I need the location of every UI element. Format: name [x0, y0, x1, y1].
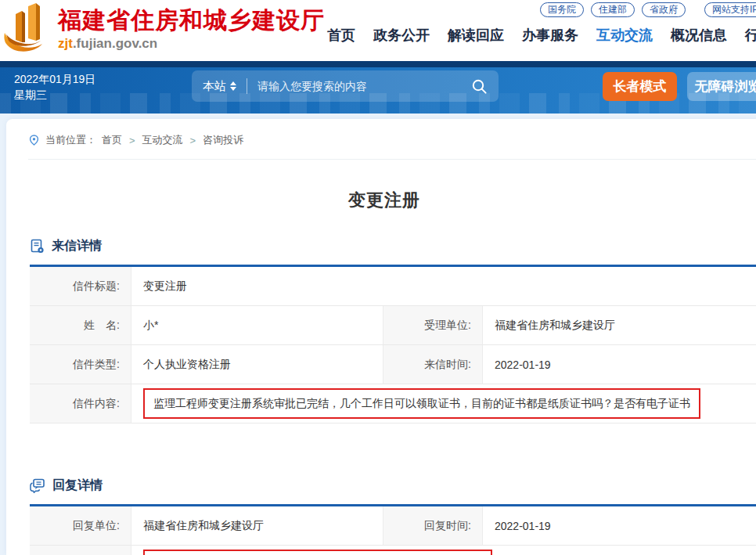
reply-unit-label: 回复单位: — [30, 506, 131, 546]
search-icon — [471, 78, 488, 95]
reply-content-cell: 等待部级下发变更注册防伪贴，监理工程师并未实行电子注册证书。 — [131, 546, 756, 555]
letter-document-icon — [30, 239, 45, 254]
nav-services[interactable]: 办事服务 — [522, 26, 578, 45]
letter-detail-table: 信件标题: 变更注册 姓 名: 小* 受理单位: 福建省住房和城乡建设厅 信件类… — [30, 265, 756, 423]
elder-mode-button[interactable]: 长者模式 — [603, 72, 677, 101]
weekday-text: 星期三 — [14, 87, 95, 103]
letter-content-label: 信件内容: — [30, 384, 131, 423]
reply-content-label: 回复内容: — [30, 546, 131, 555]
letter-name-label: 姓 名: — [30, 306, 131, 345]
letter-unit-value: 福建省住房和城乡建设厅 — [483, 306, 756, 345]
ipv6-badge: 网站支持IPV6 — [704, 2, 756, 17]
search-button[interactable] — [471, 78, 488, 95]
nav-home[interactable]: 首页 — [327, 26, 355, 45]
letter-type-label: 信件类型: — [30, 345, 131, 384]
link-zhujianbu[interactable]: 住建部 — [591, 2, 635, 17]
breadcrumb-divider — [28, 159, 756, 160]
letter-time-value: 2022-01-19 — [483, 345, 756, 384]
banner: 2022年01月19日 星期三 本站 长者模式 无障碍浏览 — [0, 61, 756, 114]
link-guowuyuan[interactable]: 国务院 — [540, 2, 584, 17]
scope-arrows-icon — [230, 81, 236, 91]
quick-links: 国务院 住建部 省政府 网站支持IPV6 — [540, 2, 756, 17]
letter-time-label: 来信时间: — [383, 345, 483, 384]
letter-section-title: 来信详情 — [52, 238, 102, 254]
letter-unit-label: 受理单位: — [383, 306, 483, 345]
search-input[interactable] — [257, 80, 471, 92]
search-box: 本站 — [192, 70, 499, 102]
reply-unit-value: 福建省住房和城乡建设厅 — [131, 506, 383, 546]
letter-title-label: 信件标题: — [30, 267, 131, 306]
nav-interpretation[interactable]: 解读回应 — [448, 26, 504, 45]
letter-section-header: 来信详情 — [30, 238, 756, 254]
nav-overview[interactable]: 概况信息 — [671, 26, 727, 45]
reply-detail-table: 回复单位: 福建省住房和城乡建设厅 回复时间: 2022-01-19 回复内容:… — [30, 504, 756, 555]
letter-type-value: 个人执业资格注册 — [131, 345, 383, 384]
reply-time-value: 2022-01-19 — [483, 506, 756, 546]
nav-industry[interactable]: 行业管理 — [745, 26, 756, 45]
date-text: 2022年01月19日 — [14, 71, 95, 87]
page-title: 变更注册 — [6, 189, 756, 212]
site-header: 福建省住房和城乡建设厅 zjt.fujian.gov.cn 国务院 住建部 省政… — [0, 0, 756, 61]
reply-content-highlight: 等待部级下发变更注册防伪贴，监理工程师并未实行电子注册证书。 — [143, 550, 492, 555]
search-divider — [247, 78, 247, 94]
site-url: zjt.fujian.gov.cn — [58, 36, 325, 52]
search-scope-select[interactable]: 本站 — [203, 79, 236, 94]
link-shengzhengfu[interactable]: 省政府 — [642, 2, 686, 17]
site-logo[interactable]: 福建省住房和城乡建设厅 zjt.fujian.gov.cn — [3, 3, 325, 55]
reply-chat-icon — [30, 478, 45, 493]
letter-name-value: 小* — [131, 306, 383, 345]
section-gap — [6, 423, 756, 452]
letter-content-cell: 监理工程师变更注册系统审批已完结，几个工作日可以领取证书，目前的证书都是纸质证书… — [131, 384, 756, 423]
logo-building-icon — [3, 3, 52, 55]
letter-title-value: 变更注册 — [131, 267, 756, 306]
location-pin-icon — [28, 135, 40, 146]
content-card: 当前位置： 首页 > 互动交流 > 咨询投诉 变更注册 来信详情 信件标题: 变… — [6, 119, 756, 555]
reply-section-title: 回复详情 — [52, 478, 103, 494]
nav-interaction[interactable]: 互动交流 — [596, 26, 653, 45]
banner-date: 2022年01月19日 星期三 — [14, 71, 95, 103]
breadcrumb-interaction[interactable]: 互动交流 — [142, 133, 183, 147]
breadcrumb-home[interactable]: 首页 — [102, 133, 122, 147]
logo-text: 福建省住房和城乡建设厅 zjt.fujian.gov.cn — [58, 6, 325, 52]
reply-section-header: 回复详情 — [30, 478, 756, 494]
breadcrumb-consult[interactable]: 咨询投诉 — [203, 133, 243, 147]
main-nav: 首页 政务公开 解读回应 办事服务 互动交流 概况信息 行业管理 — [327, 26, 756, 45]
nav-gov-info[interactable]: 政务公开 — [373, 26, 430, 45]
breadcrumb: 当前位置： 首页 > 互动交流 > 咨询投诉 — [28, 133, 756, 147]
accessibility-button[interactable]: 无障碍浏览 — [687, 72, 756, 101]
site-name: 福建省住房和城乡建设厅 — [58, 6, 325, 34]
content-background: 当前位置： 首页 > 互动交流 > 咨询投诉 变更注册 来信详情 信件标题: 变… — [0, 114, 756, 555]
letter-content-highlight: 监理工程师变更注册系统审批已完结，几个工作日可以领取证书，目前的证书都是纸质证书… — [143, 388, 700, 418]
reply-time-label: 回复时间: — [383, 506, 483, 546]
breadcrumb-prefix: 当前位置： — [45, 133, 96, 147]
